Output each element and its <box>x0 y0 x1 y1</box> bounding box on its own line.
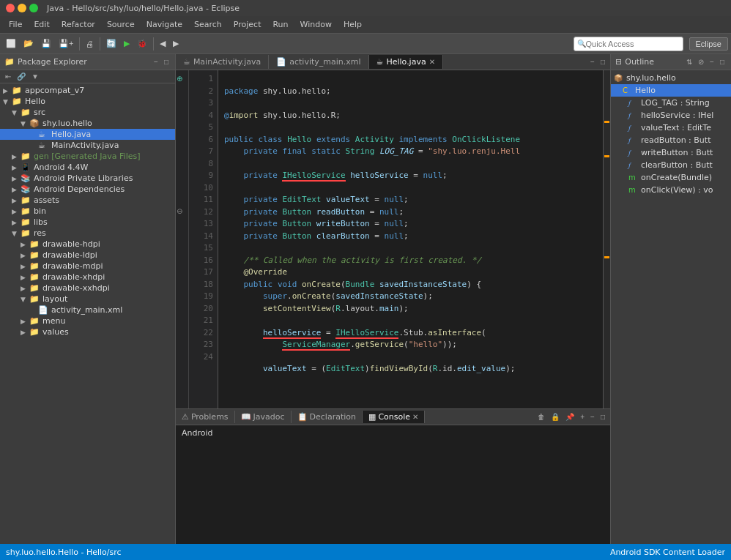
tree-item-private-libs[interactable]: ▶ 📚 Android Private Libraries <box>0 173 175 184</box>
debug-button[interactable]: 🐞 <box>134 37 150 50</box>
quick-access-box[interactable]: 🔍 <box>574 37 683 51</box>
tree-item-drawable-ldpi[interactable]: ▶ 📁 drawable-ldpi <box>0 250 175 261</box>
outline-item-helloservice[interactable]: 𝑓 helloService : IHel <box>611 109 731 122</box>
refresh-button[interactable]: 🔄 <box>103 37 119 50</box>
minimize-editor-button[interactable]: − <box>588 57 597 67</box>
clear-console-button[interactable]: 🗑 <box>535 412 547 422</box>
outline-filter-button[interactable]: ⊘ <box>696 57 706 67</box>
tree-item-values[interactable]: ▶ 📁 values <box>0 326 175 337</box>
outline-minimize-button[interactable]: − <box>708 57 716 67</box>
outline-sort-button[interactable]: ⇅ <box>684 57 694 67</box>
tab-console[interactable]: ▦ Console ✕ <box>363 411 425 423</box>
back-button[interactable]: ◀ <box>157 37 168 50</box>
tree-item-src[interactable]: ▼ 📁 src <box>0 107 175 118</box>
close-button[interactable] <box>6 4 15 12</box>
tree-item-drawable-hdpi[interactable]: ▶ 📁 drawable-hdpi <box>0 239 175 250</box>
outline-item-readbutton[interactable]: 𝑓 readButton : Butt <box>611 134 731 146</box>
maximize-panel-button[interactable]: □ <box>162 57 171 67</box>
scroll-marker-bar[interactable] <box>603 70 610 408</box>
outline-item-valuetext[interactable]: 𝑓 valueText : EditTe <box>611 122 731 134</box>
tree-item-res[interactable]: ▼ 📁 res <box>0 228 175 239</box>
tab-hello-java[interactable]: ☕ Hello.java ✕ <box>369 55 444 69</box>
eclipse-perspective-button[interactable]: Eclipse <box>689 37 728 51</box>
menu-project[interactable]: Project <box>228 18 267 31</box>
pin-console-button[interactable]: 📌 <box>563 412 576 422</box>
menu-file[interactable]: File <box>3 18 28 31</box>
tree-label: MainActivity.java <box>51 141 119 150</box>
menu-search[interactable]: Search <box>188 18 228 31</box>
outline-maximize-button[interactable]: □ <box>718 57 727 67</box>
arrow-icon: ▶ <box>12 164 21 171</box>
outline-item-logtag[interactable]: 𝑓 LOG_TAG : String <box>611 97 731 109</box>
outline-item-writebutton[interactable]: 𝑓 writeButton : Butt <box>611 146 731 159</box>
editor-tab-bar: ☕ MainActivity.java 📄 activity_main.xml … <box>176 54 610 70</box>
tree-item-hello[interactable]: ▼ 📁 Hello <box>0 96 175 107</box>
tree-item-activity-xml[interactable]: 📄 activity_main.xml <box>0 305 175 316</box>
tree-item-gen[interactable]: ▶ 📁 gen [Generated Java Files] <box>0 151 175 162</box>
tab-close-icon[interactable]: ✕ <box>412 413 418 421</box>
view-menu-button[interactable]: ▼ <box>29 72 41 81</box>
tab-close-icon[interactable]: ✕ <box>429 58 435 66</box>
forward-button[interactable]: ▶ <box>170 37 182 50</box>
tree-item-bin[interactable]: ▶ 📁 bin <box>0 206 175 217</box>
problems-icon: ⚠ <box>182 412 189 422</box>
save-all-button[interactable]: 💾+ <box>56 37 76 50</box>
quick-access-input[interactable] <box>586 40 680 48</box>
tab-activity-xml[interactable]: 📄 activity_main.xml <box>269 55 368 69</box>
outline-item-oncreate[interactable]: m onCreate(Bundle) <box>611 171 731 184</box>
menu-help[interactable]: Help <box>338 18 368 31</box>
outline-item-clearbutton[interactable]: 𝑓 clearButton : Butt <box>611 159 731 171</box>
menu-navigate[interactable]: Navigate <box>141 18 188 31</box>
tree-item-menu[interactable]: ▶ 📁 menu <box>0 316 175 326</box>
outline-tree[interactable]: 📦 shy.luo.hello C Hello 𝑓 LOG_TAG : Stri… <box>611 70 731 544</box>
tree-item-appcompat[interactable]: ▶ 📁 appcompat_v7 <box>0 85 175 96</box>
new-console-button[interactable]: + <box>578 412 587 422</box>
maximize-bottom-button[interactable]: □ <box>598 412 607 422</box>
tree-label: bin <box>34 206 46 216</box>
menu-run[interactable]: Run <box>267 18 294 31</box>
tree-item-package[interactable]: ▼ 📦 shy.luo.hello <box>0 118 175 129</box>
tab-declaration[interactable]: 📋 Declaration <box>292 411 363 423</box>
tree-item-android44[interactable]: ▶ 📱 Android 4.4W <box>0 162 175 173</box>
tree-item-drawable-xxhdpi[interactable]: ▶ 📁 drawable-xxhdpi <box>0 283 175 294</box>
outline-label: writeButton : Butt <box>641 148 713 157</box>
outline-item-package[interactable]: 📦 shy.luo.hello <box>611 72 731 84</box>
tree-item-drawable-xhdpi[interactable]: ▶ 📁 drawable-xhdpi <box>0 272 175 283</box>
outline-item-hello-class[interactable]: C Hello <box>611 84 731 97</box>
tree-item-libs[interactable]: ▶ 📁 libs <box>0 217 175 228</box>
code-text[interactable]: package shy.luo.hello; @import shy.luo.h… <box>218 70 610 408</box>
tree-item-assets[interactable]: ▶ 📁 assets <box>0 195 175 206</box>
tab-problems[interactable]: ⚠ Problems <box>176 411 235 423</box>
tree-item-layout[interactable]: ▼ 📁 layout <box>0 294 175 305</box>
menu-refactor[interactable]: Refactor <box>56 18 101 31</box>
tab-mainactivity[interactable]: ☕ MainActivity.java <box>176 55 269 69</box>
outline-item-onclick[interactable]: m onClick(View) : vo <box>611 184 731 196</box>
run-button[interactable]: ▶ <box>121 37 133 50</box>
new-button[interactable]: ⬜ <box>3 37 19 50</box>
maximize-editor-button[interactable]: □ <box>598 57 607 67</box>
menu-source[interactable]: Source <box>101 18 141 31</box>
maximize-button[interactable] <box>29 4 38 12</box>
field-icon: 𝑓 <box>628 124 639 132</box>
collapse-all-button[interactable]: ⇤ <box>3 72 13 81</box>
package-tree[interactable]: ▶ 📁 appcompat_v7 ▼ 📁 Hello ▼ 📁 src ▼ 📦 <box>0 83 175 544</box>
minimize-panel-button[interactable]: − <box>152 57 160 67</box>
print-button[interactable]: 🖨 <box>83 38 97 50</box>
minimize-button[interactable] <box>18 4 26 12</box>
open-button[interactable]: 📂 <box>21 37 37 50</box>
tab-javadoc[interactable]: 📖 Javadoc <box>235 411 292 423</box>
menu-edit[interactable]: Edit <box>28 18 55 31</box>
save-button[interactable]: 💾 <box>38 37 54 50</box>
minimize-bottom-button[interactable]: − <box>588 412 597 422</box>
tree-label: Hello <box>25 97 45 106</box>
tree-item-hello-java[interactable]: ☕ Hello.java <box>0 129 175 140</box>
tree-item-dependencies[interactable]: ▶ 📚 Android Dependencies <box>0 184 175 195</box>
bottom-controls: 🗑 🔒 📌 + − □ <box>533 412 610 422</box>
menu-window[interactable]: Window <box>294 18 338 31</box>
link-with-editor-button[interactable]: 🔗 <box>15 72 28 81</box>
code-area[interactable]: ⊕ ⊖ 1 2 3 4 5 6 7 8 9 <box>176 70 610 408</box>
scroll-lock-button[interactable]: 🔒 <box>549 412 562 422</box>
tree-item-mainactivity[interactable]: ☕ MainActivity.java <box>0 140 175 151</box>
tree-item-drawable-mdpi[interactable]: ▶ 📁 drawable-mdpi <box>0 261 175 272</box>
tab-label: Problems <box>191 412 229 422</box>
